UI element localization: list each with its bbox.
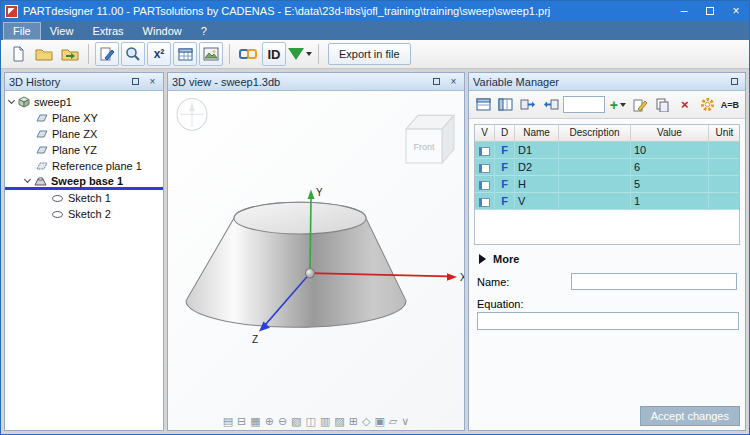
visibility-icon[interactable] [479, 181, 490, 190]
tree-item-sketch-1[interactable]: Sketch 1 [5, 190, 163, 206]
variable-panel-header[interactable]: Variable Manager [469, 73, 745, 91]
history-panel-header[interactable]: 3D History × [5, 73, 163, 91]
open-project-button[interactable] [32, 42, 56, 66]
col-header[interactable]: V [475, 125, 495, 142]
variable-name-cell[interactable]: H [515, 176, 559, 193]
rename-mapping-button[interactable]: A=B [720, 94, 740, 115]
viewbar-icon[interactable]: ◫ [306, 414, 316, 428]
more-expander[interactable]: More [469, 245, 745, 269]
viewbar-icon[interactable]: ▨ [334, 414, 344, 428]
col-header[interactable]: Unit [709, 125, 740, 142]
formula-button[interactable]: x² [147, 42, 171, 66]
add-variable-button[interactable]: + [608, 94, 627, 115]
variable-name-cell[interactable]: V [515, 193, 559, 210]
table-row[interactable]: F D1 10 [475, 142, 739, 159]
menu-window[interactable]: Window [134, 23, 191, 39]
tree-item-plane-zx[interactable]: Plane ZX [5, 126, 163, 142]
menu-extras[interactable]: Extras [83, 23, 132, 39]
maximize-button[interactable] [697, 1, 723, 21]
export-variables-button[interactable] [519, 94, 538, 115]
variable-name-cell[interactable]: D2 [515, 159, 559, 176]
menu-view[interactable]: View [41, 23, 83, 39]
menu-file[interactable]: File [4, 23, 40, 39]
variable-unit-cell[interactable] [709, 176, 740, 193]
tree-item-sweep-base[interactable]: Sweep base 1 [5, 174, 163, 190]
tree-item-sketch-2[interactable]: Sketch 2 [5, 206, 163, 222]
table-row[interactable]: F D2 6 [475, 159, 739, 176]
zoom-button[interactable] [121, 42, 145, 66]
equation-input[interactable] [477, 312, 739, 330]
table-row[interactable]: F V 1 [475, 193, 739, 210]
new-document-button[interactable] [6, 42, 30, 66]
edit-variable-button[interactable] [630, 94, 649, 115]
viewbar-icon[interactable]: ▧ [291, 414, 301, 428]
viewbar-icon[interactable]: ⊖ [278, 414, 287, 428]
variable-unit-cell[interactable] [709, 193, 740, 210]
tree-item-plane-yz[interactable]: Plane YZ [5, 142, 163, 158]
col-header[interactable]: D [495, 125, 515, 142]
accept-changes-button[interactable]: Accept changes [640, 406, 740, 426]
tree-item-sweep1[interactable]: sweep1 [5, 94, 163, 110]
col-header[interactable]: Value [631, 125, 709, 142]
viewbar-icon[interactable]: ▦ [250, 414, 260, 428]
viewbar-icon[interactable]: ▣ [374, 414, 384, 428]
visibility-icon[interactable] [479, 147, 490, 156]
minimize-button[interactable]: – [671, 1, 697, 21]
viewbar-icon[interactable]: ▥ [320, 414, 330, 428]
viewbar-icon[interactable]: ▱ [389, 414, 397, 428]
visibility-icon[interactable] [479, 198, 490, 207]
frustum-solid[interactable] [186, 202, 406, 327]
viewport-3d[interactable]: Front X Y [168, 91, 464, 430]
import-variables-button[interactable] [541, 94, 560, 115]
panel-float-button[interactable] [728, 75, 741, 88]
preview-button[interactable] [199, 42, 223, 66]
variable-name-cell[interactable]: D1 [515, 142, 559, 159]
compass-icon[interactable] [177, 98, 207, 130]
name-input[interactable] [571, 273, 737, 290]
variable-description-cell[interactable] [559, 193, 631, 210]
viewbar-icon[interactable]: ◇ [362, 414, 370, 428]
edit-sketch-button[interactable] [95, 42, 119, 66]
variable-unit-cell[interactable] [709, 142, 740, 159]
column-mode-button[interactable] [496, 94, 515, 115]
save-project-button[interactable] [58, 42, 82, 66]
variable-value-cell[interactable]: 5 [631, 176, 709, 193]
tree-item-reference-plane[interactable]: Reference plane 1 [5, 158, 163, 174]
export-in-file-button[interactable]: Export in file [328, 43, 411, 65]
viewbar-icon[interactable]: ∨ [401, 414, 409, 428]
close-button[interactable]: × [723, 1, 749, 21]
viewbar-icon[interactable]: ⊕ [265, 414, 274, 428]
panel-close-button[interactable]: × [447, 75, 460, 88]
variable-value-cell[interactable]: 10 [631, 142, 709, 159]
release-status-button[interactable] [288, 42, 312, 66]
variable-value-cell[interactable]: 1 [631, 193, 709, 210]
copy-variable-button[interactable] [653, 94, 672, 115]
expander-icon[interactable] [8, 97, 15, 104]
viewbar-icon[interactable]: ⊞ [349, 414, 358, 428]
variable-filter-input[interactable] [563, 96, 605, 113]
delete-variable-button[interactable]: × [675, 94, 694, 115]
variable-description-cell[interactable] [559, 142, 631, 159]
panel-float-button[interactable] [430, 75, 443, 88]
variable-unit-cell[interactable] [709, 159, 740, 176]
viewbar-icon[interactable]: ▤ [223, 414, 233, 428]
col-header[interactable]: Name [515, 125, 559, 142]
id-button[interactable]: ID [262, 42, 286, 66]
visibility-icon[interactable] [479, 164, 490, 173]
table-header-row[interactable]: V D Name Description Value Unit [475, 125, 739, 142]
col-header[interactable]: Description [559, 125, 631, 142]
menu-help[interactable]: ? [192, 23, 216, 39]
expander-icon[interactable] [24, 175, 31, 182]
settings-button[interactable] [697, 94, 716, 115]
tree-item-plane-xy[interactable]: Plane XY [5, 110, 163, 126]
viewbar-icon[interactable]: ⊟ [237, 414, 246, 428]
variable-description-cell[interactable] [559, 176, 631, 193]
table-row[interactable]: F H 5 [475, 176, 739, 193]
link-button[interactable] [236, 42, 260, 66]
navigation-cube[interactable]: Front [406, 115, 454, 163]
table-mode-button[interactable] [474, 94, 493, 115]
variable-description-cell[interactable] [559, 159, 631, 176]
table-view-button[interactable] [173, 42, 197, 66]
panel-close-button[interactable]: × [146, 75, 159, 88]
origin-point[interactable] [306, 268, 315, 278]
